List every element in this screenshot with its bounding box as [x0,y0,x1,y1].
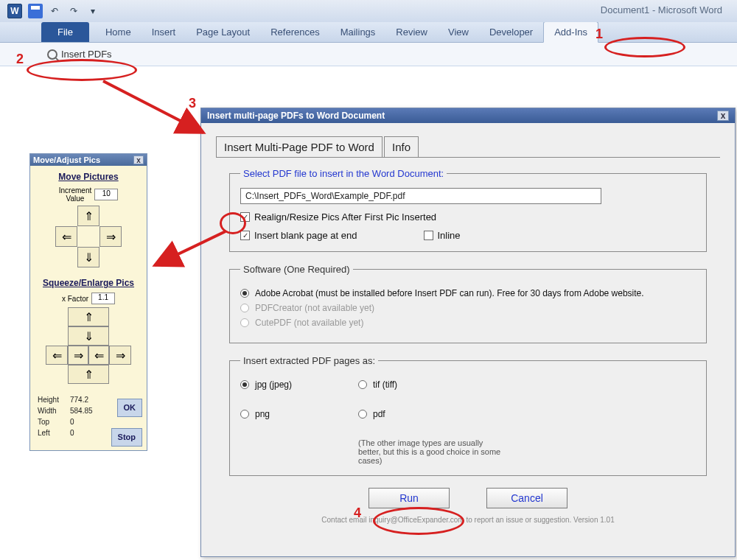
pdf-radio[interactable] [358,410,367,419]
x-factor-label: x Factor [62,295,88,303]
squeeze-right-inner-button[interactable]: ⇒ [68,346,88,365]
inline-label: Inline [438,230,461,241]
tif-label: tif (tiff) [373,379,397,390]
move-panel-title: Move/Adjust Pics [33,155,100,164]
squeeze-enlarge-heading: Squeeze/Enlarge Pics [35,278,142,288]
squeeze-left-inner-button[interactable]: ⇐ [88,346,109,365]
tab-developer[interactable]: Developer [479,22,543,42]
insert-pdfs-button[interactable]: Insert PDFs [41,47,118,61]
ok-button[interactable]: OK [117,399,143,417]
tab-mailings[interactable]: Mailings [330,22,386,42]
stat-top-label: Top [38,416,66,427]
cancel-button[interactable]: Cancel [486,488,567,508]
svg-line-0 [103,81,203,133]
dialog-tab-info[interactable]: Info [384,136,419,157]
insert-pdf-dialog: Insert multi-page PDFs to Word Document … [200,108,736,557]
png-label: png [255,409,270,419]
move-down-button[interactable]: ⇓ [77,247,99,267]
dialog-tabs: Insert Multi-Page PDF to Word Info [201,123,735,157]
move-pictures-heading: Move Pictures [35,172,142,182]
stat-left-value: 0 [70,427,74,438]
insert-pdfs-label: Insert PDFs [61,49,112,60]
qat-dropdown[interactable]: ▾ [85,4,100,18]
dialog-tab-main[interactable]: Insert Multi-Page PDF to Word [216,136,383,157]
move-left-button[interactable]: ⇐ [55,226,77,247]
stat-top-value: 0 [70,416,74,427]
realign-resize-label: Realign/Resize Pics After First Pic Inse… [254,211,436,223]
pdf-label: pdf [373,409,385,419]
title-bar: W ↶ ↷ ▾ Document1 - Microsoft Word [0,0,737,22]
pdfcreator-radio [240,304,249,312]
format-legend: Insert extracted PDF pages as: [240,355,378,366]
tab-home[interactable]: Home [95,22,142,42]
dialog-footer: Contact email inquiry@OfficeExpander.com… [229,516,707,524]
cutepdf-label: CutePDF (not available yet) [255,318,363,328]
stat-left-label: Left [38,427,66,438]
move-up-button[interactable]: ⇑ [77,206,99,226]
software-legend: Software (One Required) [240,264,353,275]
dialog-titlebar[interactable]: Insert multi-page PDFs to Word Document … [201,108,735,123]
realign-resize-checkbox[interactable] [240,212,250,222]
stat-height-value: 774.2 [70,394,88,405]
annotation-number-3: 3 [189,96,196,111]
select-pdf-legend: Select PDF file to insert in the Word Do… [240,168,447,179]
increment-value-input[interactable]: 10 [94,189,118,200]
select-pdf-group: Select PDF file to insert in the Word Do… [229,168,707,252]
pdf-path-input[interactable]: C:\Insert_PDFs_Word\Example_PDF.pdf [240,188,601,204]
file-tab[interactable]: File [41,22,89,42]
magnifier-icon [47,49,57,60]
tif-radio[interactable] [358,380,367,389]
stat-width-label: Width [38,405,66,416]
software-group: Software (One Required) Adobe Acrobat (m… [229,264,707,343]
save-icon[interactable] [28,4,43,18]
ribbon-tabs: File Home Insert Page Layout References … [0,22,737,43]
document-title: Document1 - Microsoft Word [601,4,722,15]
tab-page-layout[interactable]: Page Layout [186,22,260,42]
dialog-title: Insert multi-page PDFs to Word Document [207,111,385,121]
insert-blank-page-label: Insert blank page at end [254,230,357,241]
tab-view[interactable]: View [438,22,479,42]
tab-add-ins[interactable]: Add-Ins [543,21,598,43]
increment-value-label: Increment Value [59,186,91,203]
move-panel-titlebar[interactable]: Move/Adjust Pics x [30,154,147,166]
tab-references[interactable]: References [260,22,329,42]
move-right-button[interactable]: ⇒ [99,226,122,247]
acrobat-radio[interactable] [240,289,249,298]
squeeze-down-inner-button[interactable]: ⇓ [68,326,109,346]
acrobat-label: Adobe Acrobat (must be installed before … [255,288,644,298]
dialog-close-button[interactable]: x [717,111,729,121]
squeeze-up-inner-button[interactable]: ⇑ [68,365,109,384]
stop-button[interactable]: Stop [111,428,142,447]
x-factor-input[interactable]: 1.1 [91,293,115,304]
quick-access-toolbar: ↶ ↷ ▾ [28,4,100,18]
addins-toolbar: Insert PDFs [0,43,737,66]
insert-blank-page-checkbox[interactable] [240,231,250,240]
format-group: Insert extracted PDF pages as: jpg (jpeg… [229,355,707,476]
enlarge-up-button[interactable]: ⇑ [68,307,109,326]
word-app-icon: W [7,4,22,18]
png-radio[interactable] [240,410,249,419]
tab-review[interactable]: Review [385,22,438,42]
cutepdf-radio [240,318,249,327]
run-button[interactable]: Run [368,488,450,508]
undo-button[interactable]: ↶ [47,4,62,18]
inline-checkbox[interactable] [424,231,433,240]
squeeze-arrow-pad: ⇑ ⇓ ⇐ ⇒ ⇐ ⇒ ⇑ [35,307,142,384]
move-adjust-pics-panel: Move/Adjust Pics x Move Pictures Increme… [29,153,147,451]
picture-stats: Height774.2 Width584.85 Top0 Left0 OK St… [35,394,142,446]
jpg-label: jpg (jpeg) [255,379,292,390]
redo-button[interactable]: ↷ [66,4,81,18]
jpg-radio[interactable] [240,380,249,389]
pdfcreator-label: PDFCreator (not available yet) [255,303,374,313]
stat-width-value: 584.85 [70,405,93,416]
move-panel-close-button[interactable]: x [133,155,144,164]
tab-insert[interactable]: Insert [142,22,186,42]
enlarge-left-button[interactable]: ⇐ [46,346,68,365]
stat-height-label: Height [38,394,66,405]
format-note: (The other image types are usually bette… [240,438,506,465]
enlarge-right-button[interactable]: ⇒ [109,346,131,365]
move-arrow-pad: ⇑ ⇐ ⇒ ⇓ [35,206,142,267]
